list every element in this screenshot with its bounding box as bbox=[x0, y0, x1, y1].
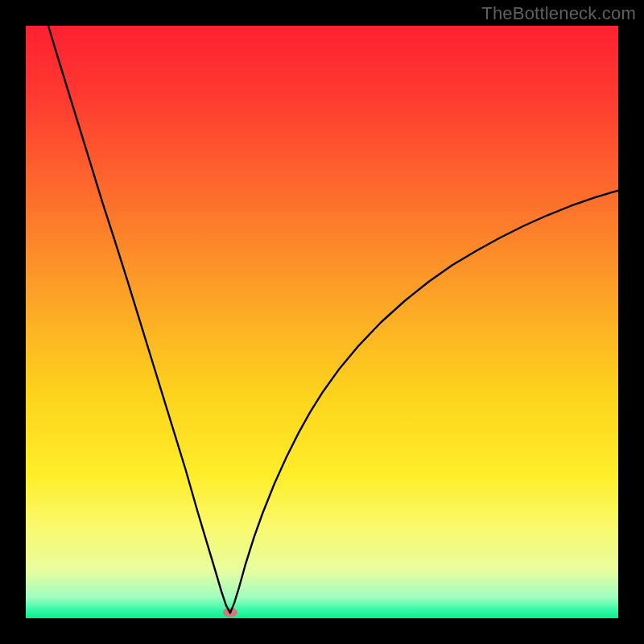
watermark-text: TheBottleneck.com bbox=[481, 3, 636, 24]
plot-background bbox=[26, 26, 618, 618]
chart-frame: TheBottleneck.com bbox=[0, 0, 644, 644]
chart-svg bbox=[0, 0, 644, 644]
